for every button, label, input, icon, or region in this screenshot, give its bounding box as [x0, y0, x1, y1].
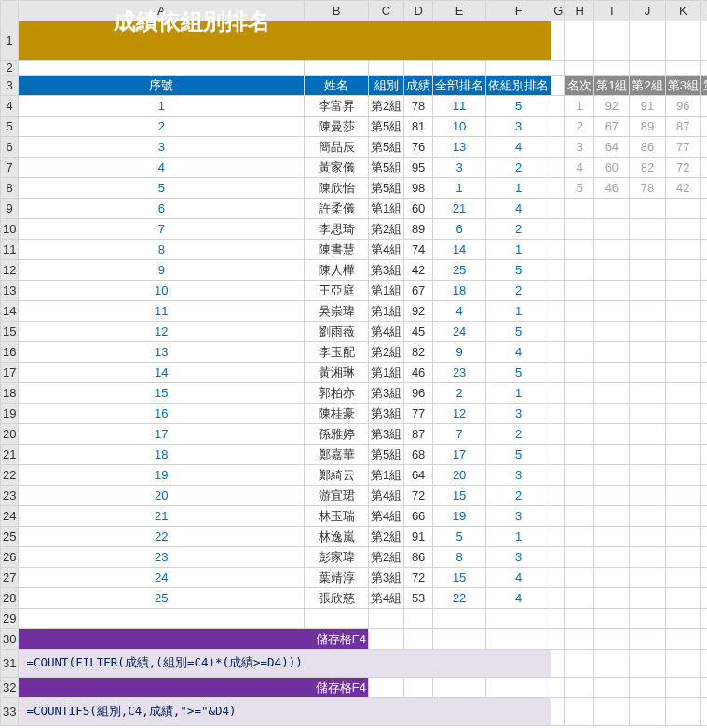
- cell-L2[interactable]: [700, 61, 707, 76]
- col-header-K[interactable]: K: [665, 1, 700, 21]
- data-rank-all[interactable]: 20: [433, 465, 486, 486]
- data-name[interactable]: 郭柏亦: [305, 383, 369, 404]
- data-score[interactable]: 46: [404, 363, 433, 383]
- cell-L21[interactable]: [700, 445, 707, 465]
- data-group[interactable]: 第5組: [368, 137, 403, 158]
- cell-H19[interactable]: [565, 404, 594, 424]
- side-val[interactable]: 53: [700, 158, 707, 178]
- data-rank-grp[interactable]: 4: [486, 137, 551, 158]
- data-name[interactable]: 陳桂豪: [305, 404, 369, 424]
- cell-G14[interactable]: [551, 301, 565, 322]
- data-group[interactable]: 第2組: [368, 527, 403, 547]
- data-rank-grp[interactable]: 3: [486, 404, 551, 424]
- cell-K23[interactable]: [665, 486, 700, 506]
- cell-I19[interactable]: [594, 404, 630, 424]
- data-rank-all[interactable]: 10: [433, 117, 486, 137]
- data-name[interactable]: 吳崇瑋: [305, 301, 369, 322]
- cell-C29[interactable]: [368, 609, 403, 629]
- cell-L14[interactable]: [700, 301, 707, 322]
- cell-J22[interactable]: [630, 465, 665, 486]
- cell-G26[interactable]: [551, 547, 565, 568]
- data-no[interactable]: 18: [19, 445, 305, 465]
- data-no[interactable]: 2: [19, 117, 305, 137]
- data-rank-grp[interactable]: 1: [486, 301, 551, 322]
- row-header-7[interactable]: 7: [1, 158, 19, 178]
- data-rank-grp[interactable]: 2: [486, 281, 551, 301]
- data-rank-all[interactable]: 18: [433, 281, 486, 301]
- cell-G24[interactable]: [551, 506, 565, 527]
- cell-G23[interactable]: [551, 486, 565, 506]
- cell-F30[interactable]: [486, 629, 551, 650]
- data-score[interactable]: 92: [404, 301, 433, 322]
- data-rank-all[interactable]: 14: [433, 240, 486, 260]
- cell-G20[interactable]: [551, 424, 565, 445]
- cell-J20[interactable]: [630, 424, 665, 445]
- cell-K26[interactable]: [665, 547, 700, 568]
- cell-I18[interactable]: [594, 383, 630, 404]
- cell-H15[interactable]: [565, 322, 594, 342]
- data-name[interactable]: 黃湘琳: [305, 363, 369, 383]
- data-rank-grp[interactable]: 5: [486, 445, 551, 465]
- cell-J33[interactable]: [630, 698, 665, 726]
- cell-I24[interactable]: [594, 506, 630, 527]
- data-no[interactable]: 17: [19, 424, 305, 445]
- data-score[interactable]: 78: [404, 96, 433, 117]
- data-rank-all[interactable]: 22: [433, 588, 486, 609]
- cell-G10[interactable]: [551, 219, 565, 240]
- cell-D2[interactable]: [404, 61, 433, 76]
- data-rank-all[interactable]: 13: [433, 137, 486, 158]
- row-header-30[interactable]: 30: [1, 629, 19, 650]
- cell-K2[interactable]: [665, 61, 700, 76]
- cell-K10[interactable]: [665, 219, 700, 240]
- row-header-16[interactable]: 16: [1, 342, 19, 363]
- data-group[interactable]: 第2組: [368, 547, 403, 568]
- side-val[interactable]: 42: [665, 178, 700, 199]
- cell-H11[interactable]: [565, 240, 594, 260]
- side-val[interactable]: 87: [665, 117, 700, 137]
- cell-F29[interactable]: [486, 609, 551, 629]
- data-rank-grp[interactable]: 2: [486, 424, 551, 445]
- data-rank-all[interactable]: 7: [433, 424, 486, 445]
- data-no[interactable]: 13: [19, 342, 305, 363]
- data-name[interactable]: 李玉配: [305, 342, 369, 363]
- cell-J9[interactable]: [630, 199, 665, 219]
- data-rank-grp[interactable]: 5: [486, 96, 551, 117]
- cell-I17[interactable]: [594, 363, 630, 383]
- row-header-3[interactable]: 3: [1, 76, 19, 96]
- row-header-29[interactable]: 29: [1, 609, 19, 629]
- col-header-I[interactable]: I: [594, 1, 630, 21]
- cell-L18[interactable]: [700, 383, 707, 404]
- cell-G4[interactable]: [551, 96, 565, 117]
- data-rank-grp[interactable]: 1: [486, 240, 551, 260]
- cell-H24[interactable]: [565, 506, 594, 527]
- data-rank-all[interactable]: 25: [433, 260, 486, 281]
- row-header-11[interactable]: 11: [1, 240, 19, 260]
- cell-L23[interactable]: [700, 486, 707, 506]
- formula-2-merge[interactable]: [305, 698, 369, 726]
- row-header-1[interactable]: 1: [1, 21, 19, 61]
- data-no[interactable]: 11: [19, 301, 305, 322]
- data-score[interactable]: 95: [404, 158, 433, 178]
- data-rank-all[interactable]: 11: [433, 96, 486, 117]
- cell-L19[interactable]: [700, 404, 707, 424]
- cell-I30[interactable]: [594, 629, 630, 650]
- data-group[interactable]: 第2組: [368, 219, 403, 240]
- col-header-G[interactable]: G: [551, 1, 565, 21]
- cell-G22[interactable]: [551, 465, 565, 486]
- row-header-14[interactable]: 14: [1, 301, 19, 322]
- cell-J26[interactable]: [630, 547, 665, 568]
- cell-H32[interactable]: [565, 678, 594, 698]
- cell-G1[interactable]: [551, 21, 565, 61]
- cell-L16[interactable]: [700, 342, 707, 363]
- col-header-E[interactable]: E: [433, 1, 486, 21]
- data-group[interactable]: 第1組: [368, 281, 403, 301]
- side-rank[interactable]: 5: [565, 178, 594, 199]
- data-no[interactable]: 23: [19, 547, 305, 568]
- data-rank-grp[interactable]: 3: [486, 117, 551, 137]
- row-header-5[interactable]: 5: [1, 117, 19, 137]
- formula-2-merge[interactable]: [486, 698, 551, 726]
- col-header-C[interactable]: C: [368, 1, 403, 21]
- data-score[interactable]: 81: [404, 117, 433, 137]
- cell-E2[interactable]: [433, 61, 486, 76]
- cell-G5[interactable]: [551, 117, 565, 137]
